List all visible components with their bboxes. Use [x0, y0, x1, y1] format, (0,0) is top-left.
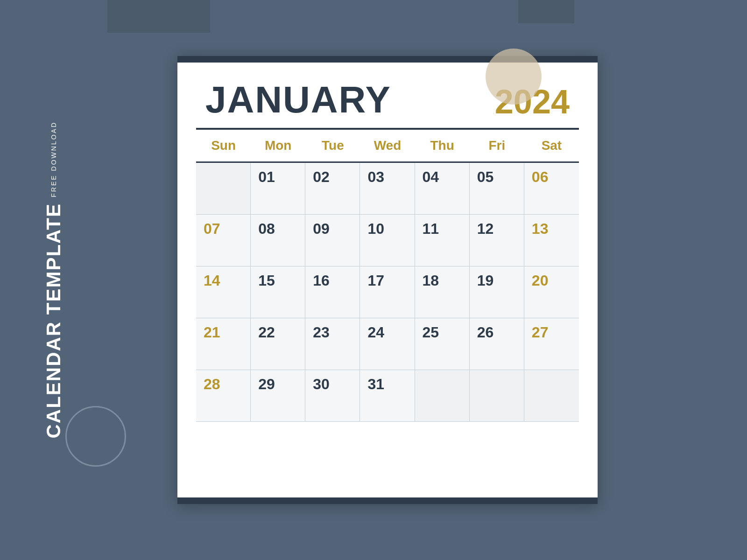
calendar-day-22: 22 [251, 318, 305, 370]
calendar-day-26: 26 [470, 318, 524, 370]
calendar-weeks: 01 02 03 04 05 06 07 08 09 10 11 12 13 1… [196, 163, 579, 422]
side-circle-decoration [65, 406, 126, 467]
calendar-day-31: 31 [360, 370, 415, 421]
calendar-card: JANUARY 2024 Sun Mon Tue Wed Thu Fri Sat… [177, 56, 598, 504]
calendar-day-28: 28 [196, 370, 251, 421]
calendar-day-08: 08 [251, 215, 305, 266]
calendar-week-1: 01 02 03 04 05 06 [196, 163, 579, 215]
calendar-day-14: 14 [196, 266, 251, 318]
calendar-day-04: 04 [415, 163, 470, 214]
month-title: JANUARY [205, 81, 391, 119]
calendar-day-25: 25 [415, 318, 470, 370]
calendar-day-21: 21 [196, 318, 251, 370]
day-header-sat: Sat [524, 130, 579, 161]
calendar-day-19: 19 [470, 266, 524, 318]
calendar-day-05: 05 [470, 163, 524, 214]
calendar-day-02: 02 [305, 163, 360, 214]
calendar-header: JANUARY 2024 [177, 63, 598, 128]
calendar-day-06: 06 [524, 163, 579, 214]
calendar-grid: Sun Mon Tue Wed Thu Fri Sat 01 02 03 04 … [177, 130, 598, 497]
calendar-week-2: 07 08 09 10 11 12 13 [196, 215, 579, 266]
calendar-day-17: 17 [360, 266, 415, 318]
calendar-day-20: 20 [524, 266, 579, 318]
calendar-day-11: 11 [415, 215, 470, 266]
day-header-tue: Tue [305, 130, 360, 161]
calendar-day-15: 15 [251, 266, 305, 318]
top-circle-decoration [486, 49, 542, 105]
calendar-day-29: 29 [251, 370, 305, 421]
calendar-day-09: 09 [305, 215, 360, 266]
calendar-day-empty-3 [470, 370, 524, 421]
calendar-day-empty-2 [415, 370, 470, 421]
calendar-day-03: 03 [360, 163, 415, 214]
day-header-mon: Mon [251, 130, 305, 161]
calendar-day-30: 30 [305, 370, 360, 421]
calendar-day-empty-4 [524, 370, 579, 421]
calendar-bottom-bar [177, 497, 598, 504]
calendar-week-3: 14 15 16 17 18 19 20 [196, 266, 579, 318]
bg-decoration-top2 [518, 0, 574, 23]
calendar-day-24: 24 [360, 318, 415, 370]
calendar-week-5: 28 29 30 31 [196, 370, 579, 422]
day-header-thu: Thu [415, 130, 470, 161]
day-header-sun: Sun [196, 130, 251, 161]
day-header-fri: Fri [470, 130, 524, 161]
calendar-day-13: 13 [524, 215, 579, 266]
free-download-label: FREE DOWNLOAD [50, 121, 57, 197]
calendar-day-10: 10 [360, 215, 415, 266]
day-header-wed: Wed [360, 130, 415, 161]
calendar-day-27: 27 [524, 318, 579, 370]
calendar-day-16: 16 [305, 266, 360, 318]
calendar-week-4: 21 22 23 24 25 26 27 [196, 318, 579, 370]
days-header: Sun Mon Tue Wed Thu Fri Sat [196, 130, 579, 161]
calendar-day-23: 23 [305, 318, 360, 370]
calendar-day-12: 12 [470, 215, 524, 266]
calendar-template-label: CALENDAR TEMPLATE [44, 203, 63, 439]
calendar-day-01: 01 [251, 163, 305, 214]
calendar-day-07: 07 [196, 215, 251, 266]
calendar-day-empty [196, 163, 251, 214]
bg-decoration-top [107, 0, 210, 33]
side-label-container: FREE DOWNLOAD CALENDAR TEMPLATE [0, 0, 107, 560]
calendar-day-18: 18 [415, 266, 470, 318]
